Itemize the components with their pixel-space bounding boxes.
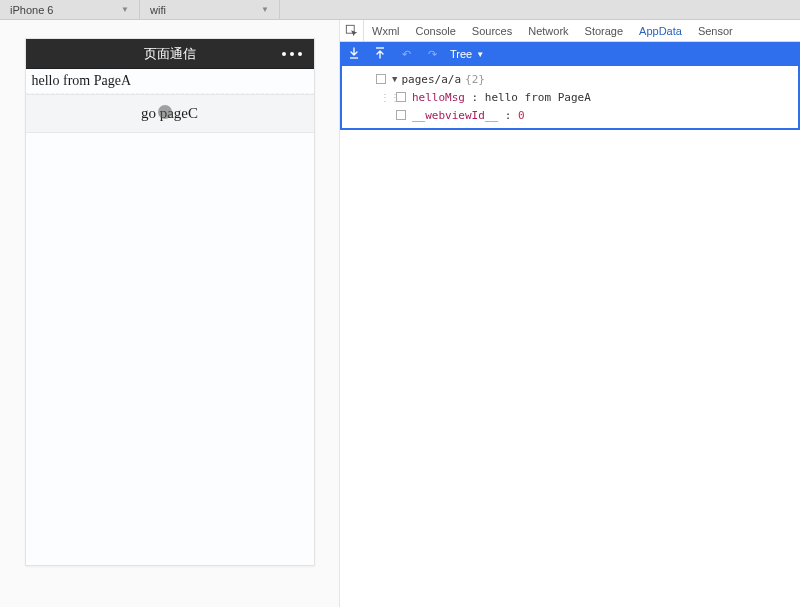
inspect-icon <box>345 24 359 38</box>
element-picker-button[interactable] <box>340 20 364 41</box>
tree-item-row[interactable]: ⋮⋮ __webviewId__ : 0 <box>342 106 798 124</box>
appdata-toolbar: ↶ ↷ Tree ▼ <box>340 42 800 66</box>
device-selector-label: iPhone 6 <box>10 4 53 16</box>
tab-console[interactable]: Console <box>408 20 464 41</box>
colon: : <box>498 109 518 122</box>
view-mode-selector[interactable]: Tree ▼ <box>450 48 484 60</box>
tree-item-key: __webviewId__ <box>412 109 498 122</box>
devtools-tabs: Wxml Console Sources Network Storage App… <box>340 20 800 42</box>
chevron-down-icon: ▼ <box>121 5 129 14</box>
tab-network[interactable]: Network <box>520 20 576 41</box>
collapse-up-icon[interactable] <box>372 47 388 61</box>
tree-item-value: hello from PageA <box>485 91 591 104</box>
tab-sensor[interactable]: Sensor <box>690 20 741 41</box>
tree-root-path: pages/a/a <box>401 73 461 86</box>
drag-handle-icon[interactable]: ⋮⋮ <box>380 92 394 103</box>
touch-indicator-icon <box>158 105 172 119</box>
simulator-pane: 页面通信 hello from PageA go pageC <box>0 20 340 607</box>
checkbox[interactable] <box>396 110 406 120</box>
tab-wxml[interactable]: Wxml <box>364 20 408 41</box>
page-message: hello from PageA <box>26 69 314 94</box>
redo-icon[interactable]: ↷ <box>424 48 440 61</box>
tab-sources[interactable]: Sources <box>464 20 520 41</box>
phone-frame: 页面通信 hello from PageA go pageC <box>25 38 315 566</box>
appdata-tree: ⋮⋮ ▼ pages/a/a {2} ⋮⋮ helloMsg : hello f… <box>340 66 800 130</box>
network-selector-label: wifi <box>150 4 166 16</box>
tree-item-row[interactable]: ⋮⋮ helloMsg : hello from PageA <box>342 88 798 106</box>
tree-item-value: 0 <box>518 109 525 122</box>
network-selector[interactable]: wifi ▼ <box>140 0 280 19</box>
devtools-pane: Wxml Console Sources Network Storage App… <box>340 20 800 607</box>
simulator-topbar: iPhone 6 ▼ wifi ▼ <box>0 0 800 20</box>
page-title: 页面通信 <box>144 45 196 63</box>
go-pagec-button[interactable]: go pageC <box>26 94 314 133</box>
undo-icon[interactable]: ↶ <box>398 48 414 61</box>
tree-item-key: helloMsg <box>412 91 465 104</box>
device-selector[interactable]: iPhone 6 ▼ <box>0 0 140 19</box>
tree-root-count: {2} <box>465 73 485 86</box>
disclosure-triangle-icon[interactable]: ▼ <box>392 74 397 84</box>
phone-body: hello from PageA go pageC <box>26 69 314 565</box>
phone-nav-bar: 页面通信 <box>26 39 314 69</box>
tree-root-row[interactable]: ⋮⋮ ▼ pages/a/a {2} <box>342 70 798 88</box>
checkbox[interactable] <box>376 74 386 84</box>
tab-appdata[interactable]: AppData <box>631 20 690 41</box>
checkbox[interactable] <box>396 92 406 102</box>
tab-storage[interactable]: Storage <box>577 20 632 41</box>
chevron-down-icon: ▼ <box>261 5 269 14</box>
expand-down-icon[interactable] <box>346 47 362 61</box>
chevron-down-icon: ▼ <box>476 50 484 59</box>
view-mode-label: Tree <box>450 48 472 60</box>
more-icon[interactable] <box>282 52 302 56</box>
colon: : <box>465 91 485 104</box>
